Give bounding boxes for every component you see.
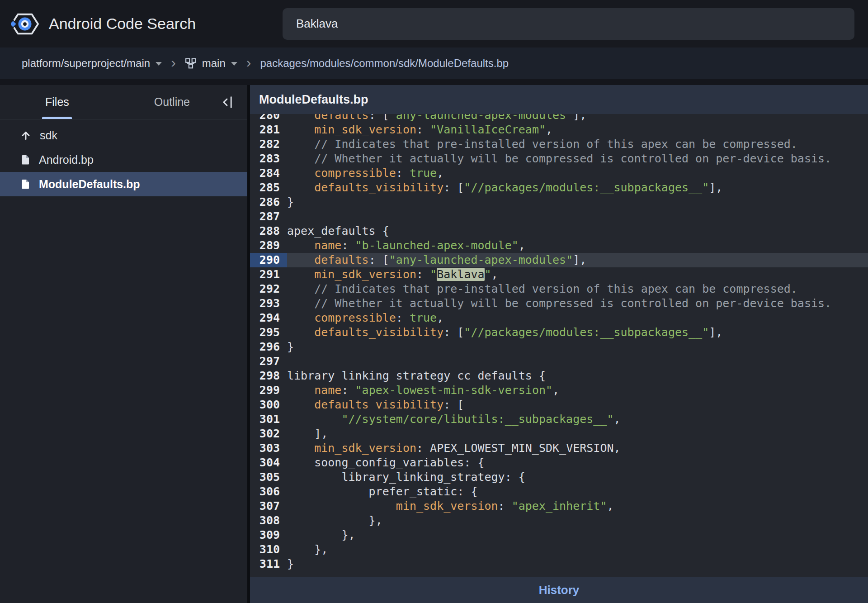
line-text: }, xyxy=(287,528,355,542)
tab-outline-label: Outline xyxy=(154,95,190,109)
file-row-parent-sdk[interactable]: sdk xyxy=(0,123,247,147)
app-header: Android Code Search xyxy=(0,0,868,47)
line-number[interactable]: 301 xyxy=(250,412,287,427)
file-titlebar: ModuleDefaults.bp xyxy=(250,85,868,114)
collapse-panel-left-icon[interactable] xyxy=(219,95,235,110)
file-row-android-bp[interactable]: Android.bp xyxy=(0,147,247,172)
code-token: defaults_visibility xyxy=(314,326,443,339)
line-number[interactable]: 297 xyxy=(250,354,287,369)
history-button[interactable]: History xyxy=(250,577,868,603)
line-number[interactable]: 298 xyxy=(250,369,287,383)
code-token: , xyxy=(491,268,498,281)
repo-label: platform/superproject/main xyxy=(22,57,150,70)
line-text: compressible: true, xyxy=(287,166,443,180)
code-line: 295 defaults_visibility: ["//packages/mo… xyxy=(250,325,868,340)
code-line: 292 // Indicates that pre-installed vers… xyxy=(250,282,868,296)
line-number[interactable]: 282 xyxy=(250,137,287,152)
code-token: }, xyxy=(287,514,382,527)
code-token: : [ xyxy=(443,398,464,411)
line-number[interactable]: 289 xyxy=(250,238,287,253)
code-line: 307 min_sdk_version: "apex_inherit", xyxy=(250,499,868,513)
file-title: ModuleDefaults.bp xyxy=(259,93,368,107)
line-text: prefer_static: { xyxy=(287,484,477,499)
line-number[interactable]: 280 xyxy=(250,114,287,123)
code-line: 290 defaults: ["any-launched-apex-module… xyxy=(250,253,868,267)
line-number[interactable]: 305 xyxy=(250,470,287,484)
code-token: min_sdk_version xyxy=(314,442,416,455)
file-list: sdk Android.bp ModuleDefaults.bp xyxy=(0,119,247,196)
code-line: 305 library_linking_strategy: { xyxy=(250,470,868,484)
code-token xyxy=(287,499,396,513)
repo-selector[interactable]: platform/superproject/main xyxy=(22,57,162,70)
code-token: min_sdk_version xyxy=(314,268,416,281)
line-number[interactable]: 302 xyxy=(250,427,287,441)
line-text: }, xyxy=(287,542,328,557)
line-number[interactable]: 286 xyxy=(250,195,287,209)
line-text: }, xyxy=(287,513,382,528)
line-number[interactable]: 311 xyxy=(250,557,287,571)
code-line: 311} xyxy=(250,557,868,571)
line-text: min_sdk_version: APEX_LOWEST_MIN_SDK_VER… xyxy=(287,441,621,456)
line-number[interactable]: 292 xyxy=(250,282,287,296)
code-line: 304 soong_config_variables: { xyxy=(250,456,868,470)
code-area[interactable]: 280 defaults: ["any-launched-apex-module… xyxy=(250,114,868,577)
code-token: : [ xyxy=(443,326,464,339)
code-token: , xyxy=(607,499,613,513)
code-token xyxy=(287,398,314,411)
code-line: 301 "//system/core/libutils:__subpackage… xyxy=(250,412,868,427)
line-number[interactable]: 295 xyxy=(250,325,287,340)
code-token: compressible xyxy=(314,166,396,180)
line-number[interactable]: 309 xyxy=(250,528,287,542)
line-text: min_sdk_version: "Baklava", xyxy=(287,267,498,282)
code-token: min_sdk_version xyxy=(314,123,416,136)
code-token: }, xyxy=(287,528,355,541)
code-token: : xyxy=(416,123,430,136)
line-number[interactable]: 288 xyxy=(250,224,287,238)
line-number[interactable]: 306 xyxy=(250,484,287,499)
line-number[interactable]: 310 xyxy=(250,542,287,557)
line-number[interactable]: 294 xyxy=(250,311,287,325)
code-token: library_linking_strategy: { xyxy=(287,470,525,484)
line-text: defaults_visibility: ["//packages/module… xyxy=(287,180,722,195)
up-arrow-icon xyxy=(20,129,32,141)
code-line: 298library_linking_strategy_cc_defaults … xyxy=(250,369,868,383)
code-token: , xyxy=(437,166,443,180)
line-number[interactable]: 285 xyxy=(250,180,287,195)
line-number[interactable]: 291 xyxy=(250,267,287,282)
code-token: "b-launched-apex-module" xyxy=(355,239,519,252)
line-text: name: "apex-lowest-min-sdk-version", xyxy=(287,383,559,398)
search-input[interactable] xyxy=(283,8,854,40)
code-token xyxy=(287,181,314,194)
line-number[interactable]: 290 xyxy=(250,253,287,267)
line-text: compressible: true, xyxy=(287,311,443,325)
line-text: min_sdk_version: "apex_inherit", xyxy=(287,499,614,513)
breadcrumb-separator-icon: › xyxy=(246,55,251,70)
line-number[interactable]: 308 xyxy=(250,513,287,528)
code-token: apex_defaults { xyxy=(287,224,389,237)
line-number[interactable]: 293 xyxy=(250,296,287,311)
file-label: sdk xyxy=(40,129,57,142)
content-row: Files Outline sdk xyxy=(0,85,868,603)
line-number[interactable]: 303 xyxy=(250,441,287,456)
file-row-moduledefaults-bp[interactable]: ModuleDefaults.bp xyxy=(0,172,247,196)
android-code-search-logo-icon[interactable] xyxy=(11,10,39,38)
code-token: : [ xyxy=(443,181,464,194)
line-text: } xyxy=(287,195,294,209)
code-token: } xyxy=(287,195,294,209)
line-number[interactable]: 304 xyxy=(250,456,287,470)
tab-outline[interactable]: Outline xyxy=(154,85,190,119)
code-line: 281 min_sdk_version: "VanillaIceCream", xyxy=(250,123,868,137)
tab-files[interactable]: Files xyxy=(45,85,69,119)
code-token: "//system/core/libutils:__subpackages__" xyxy=(341,413,613,426)
line-number[interactable]: 299 xyxy=(250,383,287,398)
file-path[interactable]: packages/modules/common/sdk/ModuleDefaul… xyxy=(260,57,509,70)
branch-selector[interactable]: main xyxy=(185,57,237,70)
line-number[interactable]: 283 xyxy=(250,152,287,166)
line-number[interactable]: 284 xyxy=(250,166,287,180)
line-number[interactable]: 307 xyxy=(250,499,287,513)
line-number[interactable]: 281 xyxy=(250,123,287,137)
line-number[interactable]: 287 xyxy=(250,209,287,224)
line-number[interactable]: 300 xyxy=(250,398,287,412)
line-number[interactable]: 296 xyxy=(250,340,287,354)
code-token: " xyxy=(485,268,491,281)
